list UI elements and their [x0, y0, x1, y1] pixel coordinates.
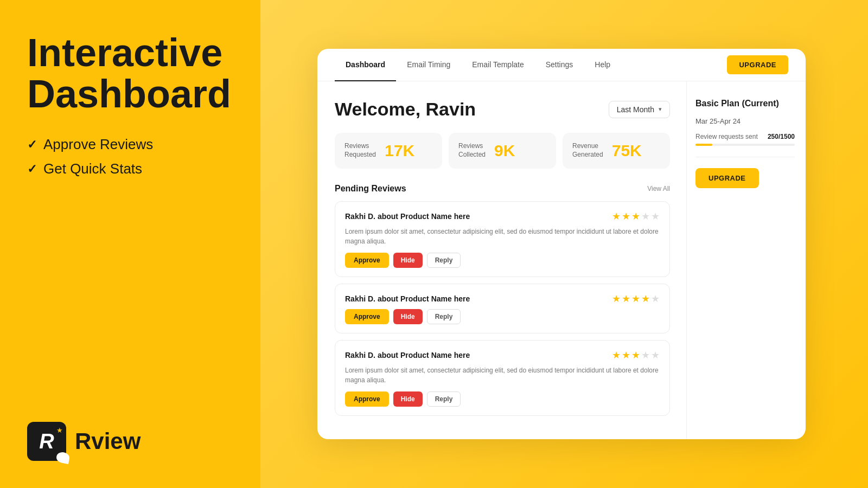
progress-bar-bg: [695, 144, 795, 146]
plan-usage-value: 250/1500: [768, 133, 795, 140]
dashboard-body: Welcome, Ravin Last Month ▾ ReviewsReque…: [317, 81, 806, 439]
stat-card-revenue-generated: RevenueGenerated 75K: [563, 133, 670, 169]
review-actions-1: Approve Hide Reply: [345, 253, 660, 268]
reply-button-3[interactable]: Reply: [427, 391, 461, 407]
star-2-2: ★: [622, 293, 630, 305]
divider: [695, 157, 795, 157]
nav-bar: Dashboard Email Timing Email Template Se…: [317, 49, 806, 81]
stars-1: ★ ★ ★ ★ ★: [612, 210, 660, 222]
approve-button-3[interactable]: Approve: [345, 391, 389, 407]
brand-logo-star: ★: [56, 426, 63, 434]
star-2-5: ★: [651, 293, 660, 305]
progress-bar-fill: [695, 144, 712, 146]
feature-item-1: ✓ Approve Reviews: [27, 136, 233, 153]
review-top-1: Rakhi D. about Product Name here ★ ★ ★ ★…: [345, 210, 660, 222]
period-label: Last Month: [617, 105, 654, 114]
check-icon-1: ✓: [27, 138, 37, 152]
hide-button-1[interactable]: Hide: [393, 253, 423, 268]
plan-title: Basic Plan (Current): [695, 99, 795, 108]
nav-item-settings[interactable]: Settings: [535, 49, 584, 81]
review-card-3: Rakhi D. about Product Name here ★ ★ ★ ★…: [335, 340, 670, 416]
welcome-row: Welcome, Ravin Last Month ▾: [335, 99, 670, 120]
star-1-5: ★: [651, 210, 660, 222]
stat-value-reviews-collected: 9K: [494, 142, 515, 160]
main-content: Welcome, Ravin Last Month ▾ ReviewsReque…: [317, 81, 686, 439]
stat-card-reviews-collected: ReviewsCollected 9K: [449, 133, 556, 169]
reply-button-2[interactable]: Reply: [427, 309, 461, 324]
review-actions-2: Approve Hide Reply: [345, 309, 660, 324]
stat-value-revenue-generated: 75K: [612, 142, 642, 160]
welcome-title: Welcome, Ravin: [335, 99, 476, 120]
review-card-1: Rakhi D. about Product Name here ★ ★ ★ ★…: [335, 201, 670, 277]
nav-item-email-timing[interactable]: Email Timing: [396, 49, 461, 81]
review-top-2: Rakhi D. about Product Name here ★ ★ ★ ★…: [345, 293, 660, 305]
approve-button-2[interactable]: Approve: [345, 309, 389, 324]
star-1-4: ★: [641, 210, 650, 222]
star-1-3: ★: [631, 210, 640, 222]
nav-item-email-template[interactable]: Email Template: [461, 49, 534, 81]
period-selector[interactable]: Last Month ▾: [609, 101, 670, 118]
left-panel: Interactive Dashboard ✓ Approve Reviews …: [0, 0, 260, 488]
stat-value-reviews-requested: 17K: [385, 142, 414, 160]
hero-title: Interactive Dashboard: [27, 33, 233, 114]
plan-date: Mar 25-Apr 24: [695, 117, 795, 125]
star-3-4: ★: [641, 349, 650, 361]
upgrade-button-nav[interactable]: UPGRADE: [727, 55, 788, 74]
feature-item-2: ✓ Get Quick Stats: [27, 160, 233, 177]
star-3-1: ★: [612, 349, 621, 361]
hide-button-3[interactable]: Hide: [393, 391, 423, 407]
brand-name: Rview: [75, 428, 141, 454]
brand-logo: R ★: [27, 422, 66, 461]
right-panel: Dashboard Email Timing Email Template Se…: [260, 0, 868, 488]
stars-2: ★ ★ ★ ★ ★: [612, 293, 660, 305]
plan-usage-row: Review requests sent 250/1500: [695, 133, 795, 140]
review-author-2: Rakhi D. about Product Name here: [345, 294, 470, 303]
stat-label-reviews-collected: ReviewsCollected: [458, 142, 486, 159]
review-text-3: Lorem ipsum dolor sit amet, consectetur …: [345, 365, 660, 385]
nav-item-dashboard[interactable]: Dashboard: [335, 49, 396, 81]
plan-usage-label: Review requests sent: [695, 133, 758, 140]
star-3-3: ★: [631, 349, 640, 361]
nav-item-help[interactable]: Help: [584, 49, 621, 81]
section-header: Pending Reviews View All: [335, 184, 670, 194]
hide-button-2[interactable]: Hide: [393, 309, 423, 324]
sidebar-content: Basic Plan (Current) Mar 25-Apr 24 Revie…: [686, 81, 806, 439]
stats-row: ReviewsRequested 17K ReviewsCollected 9K…: [335, 133, 670, 169]
stat-label-reviews-requested: ReviewsRequested: [344, 142, 376, 159]
section-title: Pending Reviews: [335, 184, 406, 194]
star-1-2: ★: [622, 210, 630, 222]
review-actions-3: Approve Hide Reply: [345, 391, 660, 407]
review-author-1: Rakhi D. about Product Name here: [345, 212, 470, 221]
stat-label-revenue-generated: RevenueGenerated: [572, 142, 603, 159]
brand-logo-letter: R: [39, 430, 54, 453]
approve-button-1[interactable]: Approve: [345, 253, 389, 268]
star-1-1: ★: [612, 210, 621, 222]
brand-logo-bubble: [55, 451, 70, 464]
dashboard-card: Dashboard Email Timing Email Template Se…: [317, 49, 806, 439]
star-2-3: ★: [631, 293, 640, 305]
star-2-4: ★: [641, 293, 650, 305]
review-author-3: Rakhi D. about Product Name here: [345, 351, 470, 359]
star-3-2: ★: [622, 349, 630, 361]
review-text-1: Lorem ipsum dolor sit amet, consectetur …: [345, 227, 660, 246]
chevron-down-icon: ▾: [659, 106, 662, 113]
review-card-2: Rakhi D. about Product Name here ★ ★ ★ ★…: [335, 284, 670, 333]
check-icon-2: ✓: [27, 162, 37, 176]
stat-card-reviews-requested: ReviewsRequested 17K: [335, 133, 442, 169]
stars-3: ★ ★ ★ ★ ★: [612, 349, 660, 361]
upgrade-button-sidebar[interactable]: UPGRADE: [695, 168, 759, 188]
star-2-1: ★: [612, 293, 621, 305]
view-all-link[interactable]: View All: [647, 185, 670, 192]
star-3-5: ★: [651, 349, 660, 361]
features-list: ✓ Approve Reviews ✓ Get Quick Stats: [27, 136, 233, 177]
reply-button-1[interactable]: Reply: [427, 253, 461, 268]
review-top-3: Rakhi D. about Product Name here ★ ★ ★ ★…: [345, 349, 660, 361]
brand-section: R ★ Rview: [27, 422, 233, 461]
